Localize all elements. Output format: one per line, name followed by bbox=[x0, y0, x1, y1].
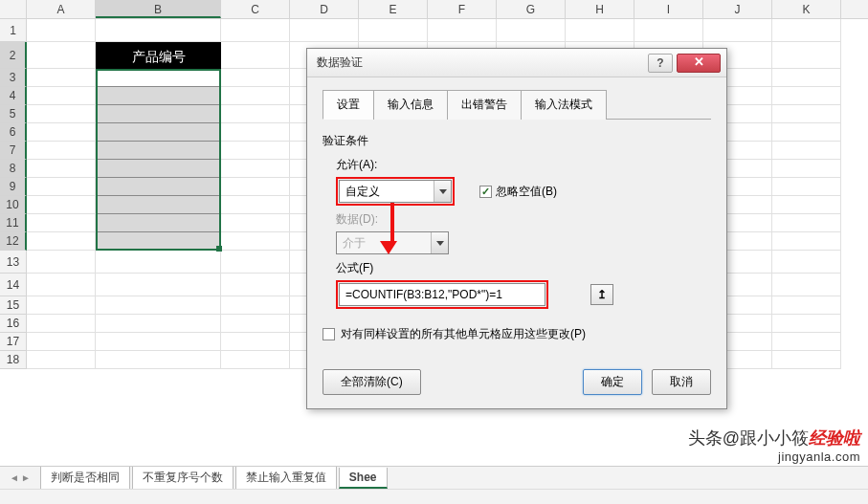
cell[interactable] bbox=[27, 160, 96, 178]
cell[interactable] bbox=[772, 69, 841, 87]
product-cell[interactable] bbox=[96, 196, 221, 214]
cell[interactable] bbox=[27, 105, 96, 123]
range-picker-button[interactable]: ↥ bbox=[590, 284, 613, 305]
cell[interactable] bbox=[96, 251, 221, 274]
row-header[interactable]: 2 bbox=[0, 42, 27, 69]
cell[interactable] bbox=[27, 69, 96, 87]
row-header[interactable]: 8 bbox=[0, 160, 27, 178]
cell[interactable] bbox=[27, 42, 96, 69]
column-header[interactable]: J bbox=[703, 0, 772, 18]
cell[interactable] bbox=[703, 19, 772, 42]
cell[interactable] bbox=[96, 19, 221, 42]
help-button[interactable]: ? bbox=[648, 54, 673, 73]
cell[interactable] bbox=[221, 214, 290, 232]
tab-error-alert[interactable]: 出错警告 bbox=[447, 90, 522, 120]
cell[interactable] bbox=[772, 19, 841, 42]
cell[interactable] bbox=[566, 19, 634, 42]
row-header[interactable]: 18 bbox=[0, 351, 27, 369]
row-header[interactable]: 16 bbox=[0, 315, 27, 333]
cell[interactable] bbox=[221, 315, 290, 333]
cell[interactable] bbox=[772, 160, 841, 178]
cell[interactable] bbox=[221, 274, 290, 296]
cell[interactable] bbox=[772, 196, 841, 214]
cell[interactable] bbox=[772, 42, 841, 69]
cell[interactable] bbox=[221, 42, 290, 69]
cell[interactable] bbox=[221, 333, 290, 351]
cell[interactable] bbox=[634, 19, 703, 42]
tab-ime-mode[interactable]: 输入法模式 bbox=[521, 90, 607, 120]
cell[interactable] bbox=[27, 178, 96, 196]
triangle-right-icon[interactable]: ► bbox=[21, 472, 31, 483]
row-header[interactable]: 14 bbox=[0, 274, 27, 296]
cell[interactable] bbox=[359, 19, 428, 42]
row-header[interactable]: 5 bbox=[0, 105, 27, 123]
select-all-corner[interactable] bbox=[0, 0, 27, 18]
sheet-tab-active[interactable]: Shee bbox=[339, 468, 388, 489]
cell[interactable] bbox=[27, 296, 96, 315]
cell[interactable] bbox=[27, 214, 96, 232]
row-header[interactable]: 11 bbox=[0, 214, 27, 232]
cell[interactable] bbox=[96, 333, 221, 351]
ignore-blank-checkbox[interactable] bbox=[479, 186, 492, 198]
column-header[interactable]: G bbox=[497, 0, 566, 18]
cell[interactable] bbox=[27, 19, 96, 42]
cell[interactable] bbox=[27, 251, 96, 274]
cell[interactable] bbox=[96, 274, 221, 296]
sheet-nav-arrows[interactable]: ◄ ► bbox=[0, 472, 40, 483]
cell[interactable] bbox=[497, 19, 566, 42]
cell[interactable] bbox=[772, 214, 841, 232]
cell[interactable] bbox=[772, 87, 841, 105]
product-cell[interactable] bbox=[96, 69, 221, 87]
cell[interactable] bbox=[27, 232, 96, 251]
cell[interactable] bbox=[221, 196, 290, 214]
sheet-tab[interactable]: 判断是否相同 bbox=[40, 467, 130, 490]
sheet-tab[interactable]: 不重复序号个数 bbox=[132, 467, 234, 490]
column-header[interactable]: A bbox=[27, 0, 96, 18]
tab-settings[interactable]: 设置 bbox=[323, 90, 374, 120]
cell[interactable] bbox=[772, 105, 841, 123]
cell[interactable] bbox=[221, 251, 290, 274]
row-header[interactable]: 1 bbox=[0, 19, 27, 42]
sheet-tab[interactable]: 禁止输入重复值 bbox=[235, 467, 337, 490]
product-cell[interactable] bbox=[96, 232, 221, 251]
row-header[interactable]: 12 bbox=[0, 232, 27, 251]
row-header[interactable]: 4 bbox=[0, 87, 27, 105]
row-header[interactable]: 13 bbox=[0, 251, 27, 274]
allow-combo[interactable]: 自定义 bbox=[339, 180, 452, 203]
cell[interactable] bbox=[96, 351, 221, 369]
cell[interactable] bbox=[772, 333, 841, 351]
product-cell[interactable] bbox=[96, 123, 221, 142]
row-header[interactable]: 10 bbox=[0, 196, 27, 214]
product-cell[interactable] bbox=[96, 214, 221, 232]
cell[interactable] bbox=[221, 69, 290, 87]
cell[interactable] bbox=[221, 105, 290, 123]
column-header[interactable]: H bbox=[566, 0, 634, 18]
cell[interactable] bbox=[96, 315, 221, 333]
cell[interactable] bbox=[221, 19, 290, 42]
row-header[interactable]: 17 bbox=[0, 333, 27, 351]
product-cell[interactable] bbox=[96, 160, 221, 178]
product-cell[interactable] bbox=[96, 87, 221, 105]
cell[interactable] bbox=[27, 351, 96, 369]
row-header[interactable]: 3 bbox=[0, 69, 27, 87]
cell[interactable] bbox=[27, 274, 96, 296]
row-header[interactable]: 7 bbox=[0, 142, 27, 160]
cancel-button[interactable]: 取消 bbox=[652, 369, 711, 395]
cell[interactable] bbox=[221, 87, 290, 105]
clear-all-button[interactable]: 全部清除(C) bbox=[323, 369, 421, 395]
cell[interactable] bbox=[772, 251, 841, 274]
column-header[interactable]: I bbox=[634, 0, 703, 18]
cell[interactable] bbox=[27, 333, 96, 351]
cell[interactable] bbox=[27, 123, 96, 142]
column-header[interactable]: C bbox=[221, 0, 290, 18]
cell[interactable] bbox=[221, 351, 290, 369]
cell[interactable] bbox=[772, 296, 841, 315]
cell[interactable] bbox=[290, 19, 359, 42]
row-header[interactable]: 6 bbox=[0, 123, 27, 142]
product-cell[interactable] bbox=[96, 105, 221, 123]
close-button[interactable]: ✕ bbox=[677, 54, 721, 73]
product-cell[interactable] bbox=[96, 178, 221, 196]
row-header[interactable]: 9 bbox=[0, 178, 27, 196]
ok-button[interactable]: 确定 bbox=[583, 369, 642, 395]
cell[interactable] bbox=[772, 274, 841, 296]
